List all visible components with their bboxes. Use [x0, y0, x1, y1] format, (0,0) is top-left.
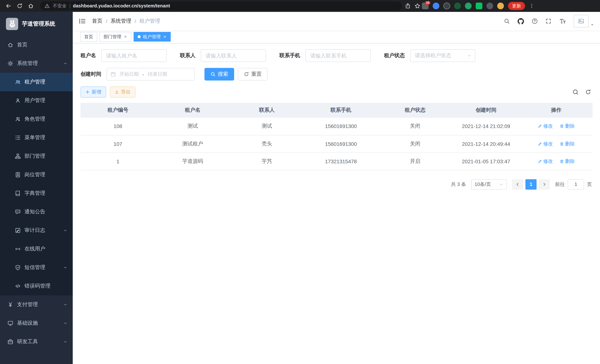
delete-button[interactable]: 删除: [560, 140, 575, 147]
export-button[interactable]: 导出: [110, 86, 135, 98]
chevron-right-icon: [542, 182, 547, 187]
col-header-name: 租户名: [155, 103, 230, 118]
sidebar-item-dict[interactable]: 字典管理: [0, 184, 73, 203]
cell-name: 测试: [155, 118, 230, 135]
chevron-down-icon: [63, 302, 67, 307]
sidebar-item-menu[interactable]: 菜单管理: [0, 128, 73, 147]
table-row: 1 芋道源码 芋艿 17321315478 开启 2021-01-05 17:0…: [81, 152, 593, 170]
breadcrumb-item[interactable]: 系统管理: [111, 18, 131, 25]
sidebar-item-post[interactable]: 岗位管理: [0, 166, 73, 184]
extension-icon[interactable]: [443, 3, 450, 9]
sidebar-item-label: 岗位管理: [25, 171, 45, 178]
font-size-button[interactable]: [559, 18, 566, 25]
search-button[interactable]: 搜索: [205, 68, 234, 81]
sidebar-item-system[interactable]: 系统管理: [0, 54, 73, 73]
breadcrumb-item[interactable]: 首页: [92, 18, 103, 25]
home-button[interactable]: [26, 1, 36, 11]
sidebar-item-notice[interactable]: 通知公告: [0, 203, 73, 221]
page-number-button[interactable]: 1: [525, 179, 536, 189]
reload-button[interactable]: [15, 1, 25, 11]
help-button[interactable]: [532, 18, 538, 24]
status-select[interactable]: 请选择租户状态: [410, 49, 475, 62]
edit-button[interactable]: 修改: [538, 140, 553, 147]
header-search-button[interactable]: [504, 18, 510, 24]
next-page-button[interactable]: [539, 179, 550, 189]
extension-icon[interactable]: [465, 3, 472, 9]
sidebar-item-role[interactable]: 角色管理: [0, 110, 73, 128]
cell-contact: 秃头: [230, 135, 304, 152]
sidebar-item-online-users[interactable]: 在线用户: [0, 240, 73, 258]
create-time-range-picker[interactable]: 开始日期 - 结束日期: [106, 68, 195, 81]
close-icon[interactable]: [163, 35, 167, 38]
extension-icon[interactable]: 10: [422, 3, 429, 9]
contact-input[interactable]: [201, 49, 266, 62]
bookmark-button[interactable]: [414, 3, 420, 9]
sidebar-item-error-code[interactable]: 错误码管理: [0, 277, 73, 295]
extension-icon[interactable]: [454, 3, 461, 9]
tab-tenant[interactable]: 租户管理: [134, 32, 171, 42]
share-icon: [405, 3, 411, 9]
add-button[interactable]: 新增: [81, 86, 106, 98]
profile-avatar-icon[interactable]: [497, 3, 504, 9]
sidebar-item-payment[interactable]: 支付管理: [0, 295, 73, 314]
app-title: 芋道管理系统: [22, 20, 55, 27]
table-toolbar: 新增 导出: [81, 86, 593, 98]
phone-input[interactable]: [305, 49, 371, 62]
sidebar-item-tenant[interactable]: 租户管理: [0, 73, 73, 91]
fullscreen-button[interactable]: [545, 18, 551, 24]
status-label: 租户状态: [384, 52, 405, 59]
show-search-toggle-button[interactable]: [572, 89, 579, 95]
extension-icon[interactable]: [476, 3, 482, 9]
refresh-table-button[interactable]: [585, 89, 591, 95]
departments-icon: [15, 153, 21, 159]
app-logo[interactable]: 芋道管理系统: [0, 12, 73, 36]
sidebar: 芋道管理系统 首页 系统管理 租户管理 用户管理: [0, 12, 73, 364]
sidebar-item-label: 系统管理: [17, 60, 38, 67]
share-button[interactable]: [405, 3, 411, 9]
col-header-status: 租户状态: [378, 103, 452, 118]
extension-icon[interactable]: [433, 3, 439, 9]
delete-button[interactable]: 删除: [560, 158, 575, 165]
sidebar-item-label: 错误码管理: [25, 283, 50, 289]
cell-actions: 修改 删除: [520, 118, 593, 135]
sidebar-item-sms[interactable]: 短信管理: [0, 258, 73, 277]
user-menu[interactable]: [574, 15, 594, 28]
delete-button[interactable]: 删除: [560, 123, 575, 130]
table-header-row: 租户编号 租户名 联系人 联系手机 租户状态 创建时间 操作: [81, 103, 593, 118]
audit-log-icon: [15, 227, 21, 233]
edit-button[interactable]: 修改: [538, 123, 553, 130]
search-icon: [210, 72, 216, 77]
tab-home[interactable]: 首页: [80, 32, 97, 42]
reset-button[interactable]: 重置: [238, 68, 268, 81]
sidebar-item-home[interactable]: 首页: [0, 36, 73, 54]
goto-page-input[interactable]: [568, 179, 584, 189]
close-icon[interactable]: [123, 35, 127, 38]
col-header-contact: 联系人: [230, 103, 304, 118]
sidebar-item-user[interactable]: 用户管理: [0, 91, 73, 110]
browser-update-button[interactable]: 更新: [508, 2, 525, 10]
chevron-down-icon: [467, 53, 472, 58]
shield-icon: [15, 265, 21, 271]
sidebar-item-infra[interactable]: 基础设施: [0, 314, 73, 332]
sidebar-item-devtools[interactable]: 研发工具: [0, 332, 73, 351]
github-link[interactable]: [518, 18, 524, 24]
page-content: 租户名 联系人 联系手机 租户状态 请选择租户状态: [73, 43, 600, 364]
table-row: 107 测试租户 秃头 15601691300 关闭 2021-12-14 20…: [81, 135, 593, 152]
prev-page-button[interactable]: [512, 179, 523, 189]
sidebar-item-dept[interactable]: 部门管理: [0, 147, 73, 166]
edit-button[interactable]: 修改: [538, 158, 553, 165]
page-size-select[interactable]: 10条/页: [471, 179, 507, 189]
sidebar-toggle-button[interactable]: [79, 18, 86, 25]
tab-dept[interactable]: 部门管理: [99, 32, 131, 42]
url-bar[interactable]: 不安全 dashboard.yudao.iocoder.cn/system/te…: [40, 1, 402, 10]
yen-icon: [7, 302, 13, 308]
tenant-name-input[interactable]: [101, 49, 167, 62]
sidebar-item-audit-log[interactable]: 审计日志: [0, 221, 73, 240]
dictionary-icon: [15, 190, 21, 196]
sidebar-item-label: 用户管理: [25, 97, 45, 104]
filter-row-2: 创建时间 开始日期 - 结束日期 搜索: [81, 68, 593, 81]
puzzle-extension-icon[interactable]: [487, 3, 493, 9]
back-button[interactable]: [4, 1, 13, 11]
cell-phone: 15601691300: [304, 135, 378, 152]
browser-menu-button[interactable]: [529, 3, 534, 9]
